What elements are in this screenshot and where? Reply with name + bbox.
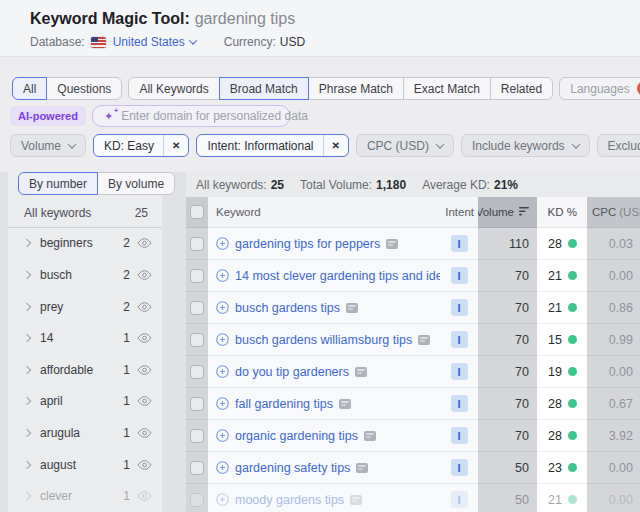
serp-icon[interactable] bbox=[346, 303, 358, 313]
select-all-checkbox[interactable] bbox=[190, 205, 204, 219]
keyword-link[interactable]: do you tip gardeners bbox=[235, 365, 349, 379]
intent-badge[interactable]: I bbox=[451, 299, 468, 316]
eye-icon[interactable] bbox=[137, 333, 152, 343]
column-header-keyword[interactable]: Keyword bbox=[208, 197, 440, 228]
column-header-kd[interactable]: KD % bbox=[537, 197, 587, 228]
keyword-link[interactable]: busch gardens tips bbox=[235, 301, 340, 315]
sidebar-group-arugula[interactable]: arugula 1 bbox=[8, 417, 162, 449]
eye-icon[interactable] bbox=[137, 396, 152, 406]
eye-icon[interactable] bbox=[137, 270, 152, 280]
languages-dropdown[interactable]: Languages beta bbox=[559, 77, 640, 100]
intent-badge[interactable]: I bbox=[451, 363, 468, 380]
intent-badge[interactable]: I bbox=[451, 427, 468, 444]
column-header-cpc[interactable]: CPC (USD) bbox=[587, 197, 640, 228]
exclude-keywords-dropdown[interactable]: Exclude keywords bbox=[597, 134, 640, 157]
tab-exact-match[interactable]: Exact Match bbox=[403, 77, 491, 100]
keyword-link[interactable]: moody gardens tips bbox=[235, 493, 344, 507]
tab-phrase-match[interactable]: Phrase Match bbox=[308, 77, 404, 100]
eye-icon[interactable] bbox=[137, 302, 152, 312]
kd-value: 21 bbox=[548, 301, 562, 315]
row-checkbox[interactable] bbox=[190, 429, 204, 443]
stat-all-keywords: All keywords:25 bbox=[196, 178, 284, 192]
column-header-intent[interactable]: Intent bbox=[440, 197, 478, 228]
remove-intent-filter-icon[interactable]: ✕ bbox=[323, 135, 348, 156]
ai-personalization-bar: AI-powered ✦ Enter domain for personaliz… bbox=[0, 105, 640, 127]
sidebar-group-clever[interactable]: clever 1 bbox=[8, 480, 162, 512]
serp-icon[interactable] bbox=[355, 367, 367, 377]
sidebar-group-busch[interactable]: busch 2 bbox=[8, 259, 162, 291]
add-keyword-icon[interactable] bbox=[216, 461, 229, 474]
kd-value: 23 bbox=[548, 461, 562, 475]
sidebar-group-14[interactable]: 14 1 bbox=[8, 322, 162, 354]
remove-kd-filter-icon[interactable]: ✕ bbox=[163, 135, 188, 156]
tab-all-keywords[interactable]: All Keywords bbox=[128, 77, 219, 100]
add-keyword-icon[interactable] bbox=[216, 429, 229, 442]
group-count: 2 bbox=[123, 268, 130, 282]
kd-value: 28 bbox=[548, 429, 562, 443]
eye-icon[interactable] bbox=[137, 238, 152, 248]
volume-value: 50 bbox=[515, 461, 529, 475]
tab-related[interactable]: Related bbox=[490, 77, 553, 100]
by-number-button[interactable]: By number bbox=[18, 172, 98, 195]
eye-icon[interactable] bbox=[137, 365, 152, 375]
sidebar-group-beginners[interactable]: beginners 2 bbox=[8, 228, 162, 260]
add-keyword-icon[interactable] bbox=[216, 397, 229, 410]
sidebar-group-april[interactable]: april 1 bbox=[8, 386, 162, 418]
row-checkbox[interactable] bbox=[190, 269, 204, 283]
add-keyword-icon[interactable] bbox=[216, 365, 229, 378]
keyword-link[interactable]: 14 most clever gardening tips and ideas bbox=[235, 269, 440, 283]
serp-icon[interactable] bbox=[418, 335, 430, 345]
tab-questions[interactable]: Questions bbox=[46, 77, 122, 100]
intent-filter-chip[interactable]: Intent: Informational ✕ bbox=[196, 134, 348, 157]
by-volume-button[interactable]: By volume bbox=[97, 172, 175, 195]
tab-all[interactable]: All bbox=[12, 77, 47, 100]
keyword-link[interactable]: busch gardens williamsburg tips bbox=[235, 333, 412, 347]
volume-filter-dropdown[interactable]: Volume bbox=[10, 134, 86, 157]
sidebar-group-affordable[interactable]: affordable 1 bbox=[8, 354, 162, 386]
row-checkbox[interactable] bbox=[190, 237, 204, 251]
sidebar-group-prey[interactable]: prey 2 bbox=[8, 291, 162, 323]
keyword-link[interactable]: organic gardening tips bbox=[235, 429, 358, 443]
row-checkbox[interactable] bbox=[190, 365, 204, 379]
chevron-right-icon bbox=[23, 271, 31, 279]
add-keyword-icon[interactable] bbox=[216, 333, 229, 346]
include-keywords-dropdown[interactable]: Include keywords bbox=[461, 134, 590, 157]
add-keyword-icon[interactable] bbox=[216, 301, 229, 314]
intent-badge[interactable]: I bbox=[451, 267, 468, 284]
domain-input[interactable]: ✦ Enter domain for personalized data bbox=[92, 105, 290, 127]
eye-icon[interactable] bbox=[137, 460, 152, 470]
eye-icon[interactable] bbox=[137, 491, 152, 501]
intent-badge[interactable]: I bbox=[451, 491, 468, 508]
intent-badge[interactable]: I bbox=[451, 235, 468, 252]
column-header-volume[interactable]: Volume bbox=[478, 197, 537, 228]
database-selector[interactable]: United States bbox=[113, 35, 196, 49]
cpc-value: 0.67 bbox=[609, 397, 633, 411]
keyword-link[interactable]: gardening safety tips bbox=[235, 461, 350, 475]
eye-icon[interactable] bbox=[137, 428, 152, 438]
intent-badge[interactable]: I bbox=[451, 459, 468, 476]
intent-badge[interactable]: I bbox=[451, 331, 468, 348]
serp-icon[interactable] bbox=[356, 463, 368, 473]
sidebar-all-keywords-row[interactable]: All keywords 25 bbox=[8, 199, 162, 228]
serp-icon[interactable] bbox=[364, 431, 376, 441]
row-checkbox[interactable] bbox=[190, 333, 204, 347]
add-keyword-icon[interactable] bbox=[216, 269, 229, 282]
row-checkbox[interactable] bbox=[190, 301, 204, 315]
keyword-link[interactable]: fall gardening tips bbox=[235, 397, 333, 411]
row-checkbox[interactable] bbox=[190, 461, 204, 475]
sidebar-group-august[interactable]: august 1 bbox=[8, 449, 162, 481]
cpc-filter-dropdown[interactable]: CPC (USD) bbox=[356, 134, 454, 157]
keyword-link[interactable]: gardening tips for peppers bbox=[235, 237, 380, 251]
row-checkbox[interactable] bbox=[190, 397, 204, 411]
tab-broad-match[interactable]: Broad Match bbox=[219, 77, 309, 100]
cpc-value: 0.00 bbox=[609, 493, 633, 507]
add-keyword-icon[interactable] bbox=[216, 493, 229, 506]
add-keyword-icon[interactable] bbox=[216, 237, 229, 250]
row-checkbox[interactable] bbox=[190, 493, 204, 507]
group-label: prey bbox=[40, 300, 63, 314]
serp-icon[interactable] bbox=[386, 239, 398, 249]
kd-filter-chip[interactable]: KD: Easy ✕ bbox=[93, 134, 189, 157]
intent-badge[interactable]: I bbox=[451, 395, 468, 412]
serp-icon[interactable] bbox=[339, 399, 351, 409]
serp-icon[interactable] bbox=[350, 495, 362, 505]
